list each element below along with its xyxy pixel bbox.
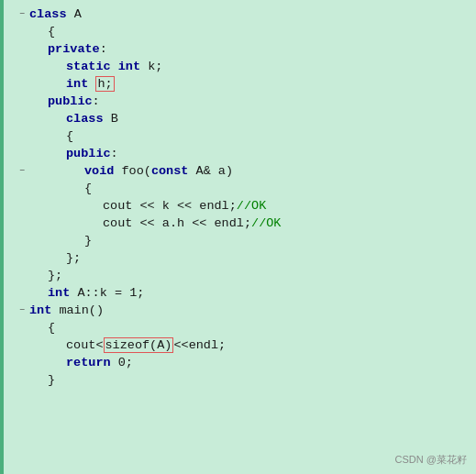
watermark: CSDN @菜花籽 (395, 453, 467, 467)
code-line-19: { (0, 319, 476, 336)
comment: //OK (251, 216, 281, 230)
fold-9 (17, 149, 28, 160)
fold-10[interactable]: − (17, 166, 28, 177)
brace: { (48, 321, 55, 335)
param: A& a) (196, 164, 234, 178)
func: foo( (122, 164, 151, 178)
code-line-15: }; (0, 249, 476, 267)
fold-7 (17, 114, 28, 125)
code-line-14: } (0, 232, 476, 249)
code-line-12: cout << k << endl;//OK (0, 197, 476, 215)
keyword: void (84, 164, 114, 178)
keyword: int (118, 60, 140, 73)
code-line-22: } (0, 371, 476, 389)
keyword: const (151, 164, 189, 178)
line-content-22: } (28, 371, 476, 389)
keyword: return (66, 356, 111, 369)
keyword: static (66, 60, 111, 73)
code-line-1: − class A (0, 6, 476, 23)
code-line-16: }; (0, 267, 476, 284)
variable: k; (148, 60, 162, 73)
code-line-2: { (0, 23, 476, 40)
code: cout << a.h << endl; (103, 216, 251, 230)
highlight-sizeof: sizeof(A) (104, 337, 174, 353)
line-content-14: } (28, 232, 476, 249)
line-content-13: cout << a.h << endl;//OK (28, 215, 476, 232)
code-line-17: int A::k = 1; (0, 284, 476, 302)
fold-11 (17, 183, 28, 194)
line-content-2: { (28, 23, 476, 40)
line-content-6: public: (28, 93, 476, 110)
code-line-3: private: (0, 40, 476, 58)
code: cout << k << endl; (103, 199, 237, 213)
fold-22 (17, 375, 28, 386)
fold-8 (17, 131, 28, 142)
line-content-9: public: (28, 145, 476, 162)
keyword: class (29, 7, 67, 21)
line-content-21: return 0; (28, 354, 476, 371)
brace: { (48, 25, 55, 39)
keyword: private (48, 42, 100, 56)
colon: : (93, 94, 100, 108)
code-container: − class A { private: static int k; int h… (0, 0, 476, 474)
fold-20 (17, 340, 28, 351)
value: 0; (118, 356, 133, 369)
code-line-10: − void foo(const A& a) (0, 162, 476, 180)
keyword: int (66, 77, 88, 91)
line-content-16: }; (28, 267, 476, 284)
brace: { (84, 182, 92, 195)
code-line-4: static int k; (0, 58, 476, 75)
identifier: A (74, 7, 82, 21)
comment: //OK (237, 199, 266, 213)
highlight-h: h; (95, 76, 114, 92)
line-content-10: void foo(const A& a) (28, 162, 476, 180)
code: <<endl; (173, 338, 226, 352)
fold-6 (17, 96, 28, 107)
line-content-20: cout<sizeof(A)<<endl; (28, 336, 476, 354)
line-content-4: static int k; (28, 58, 476, 75)
fold-3 (17, 44, 28, 55)
sizeof-call: sizeof(A) (105, 338, 172, 352)
variable: h; (97, 77, 112, 91)
code-line-18: − int main() (0, 302, 476, 319)
line-content-12: cout << k << endl;//OK (28, 197, 476, 215)
code-line-8: { (0, 127, 476, 145)
code-line-11: { (0, 180, 476, 197)
line-content-11: { (28, 180, 476, 197)
keyword: public (48, 94, 93, 108)
keyword: int (48, 286, 70, 300)
brace: }; (66, 251, 81, 265)
line-content-7: class B (28, 110, 476, 127)
line-content-8: { (28, 127, 476, 145)
fold-16 (17, 270, 28, 281)
colon: : (111, 147, 118, 160)
brace: { (66, 129, 73, 143)
line-content-1: class A (28, 6, 476, 23)
fold-1[interactable]: − (17, 9, 28, 20)
line-content-3: private: (28, 40, 476, 58)
fold-18[interactable]: − (17, 305, 28, 316)
colon: : (100, 42, 107, 56)
code-line-6: public: (0, 93, 476, 110)
code: A::k = 1; (77, 286, 144, 300)
code-line-5: int h; (0, 75, 476, 93)
brace: } (84, 234, 92, 248)
brace: } (48, 373, 55, 387)
fold-5 (17, 79, 28, 90)
keyword: int (29, 303, 51, 317)
code-line-9: public: (0, 145, 476, 162)
code: cout< (66, 338, 104, 352)
code-line-13: cout << a.h << endl;//OK (0, 215, 476, 232)
code-line-20: cout<sizeof(A)<<endl; (0, 336, 476, 354)
fold-19 (17, 323, 28, 334)
line-content-15: }; (28, 249, 476, 267)
keyword: public (66, 147, 111, 160)
code-line-7: class B (0, 110, 476, 127)
fold-12 (17, 201, 28, 212)
fold-17 (17, 288, 28, 299)
line-content-17: int A::k = 1; (28, 284, 476, 302)
line-content-18: int main() (28, 302, 476, 319)
brace: }; (48, 269, 62, 282)
line-content-5: int h; (28, 75, 476, 93)
keyword: class (66, 112, 104, 126)
